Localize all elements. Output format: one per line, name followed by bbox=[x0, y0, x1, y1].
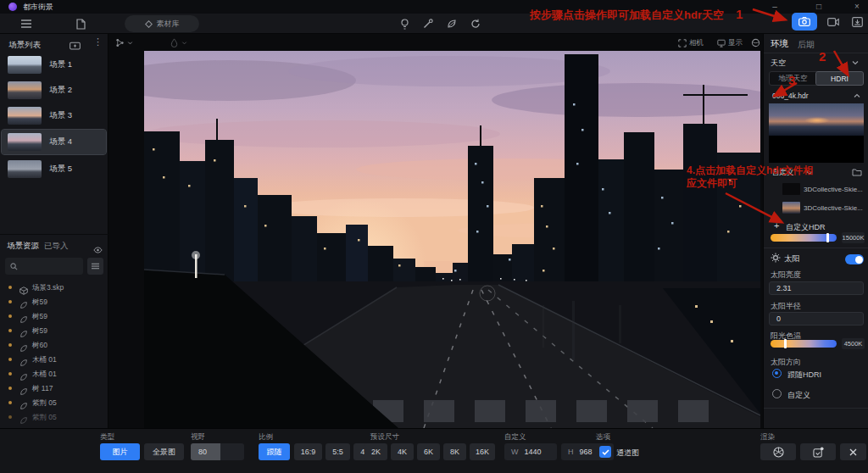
annotation-headline: 按步骤点击操作即可加载自定义hdr天空 bbox=[530, 8, 724, 23]
hdri-filename[interactable]: 006_4k.hdr bbox=[772, 92, 809, 100]
resource-item[interactable]: 木桶 01 bbox=[0, 353, 108, 367]
preset-6k-button[interactable]: 6K bbox=[417, 443, 440, 460]
ratio-16-9-button[interactable]: 16:9 bbox=[294, 443, 322, 460]
add-scene-camera-icon[interactable] bbox=[70, 38, 81, 53]
type-panorama-button[interactable]: 全景图 bbox=[144, 443, 184, 460]
app-logo bbox=[8, 3, 17, 11]
tab-imported[interactable]: 已导入 bbox=[44, 241, 69, 252]
close-button[interactable]: × bbox=[848, 0, 866, 13]
foliage-icon bbox=[19, 413, 28, 428]
chevron-down-icon[interactable] bbox=[852, 60, 859, 65]
resource-item[interactable]: 木桶 01 bbox=[0, 367, 108, 381]
camera-view-button[interactable]: 相机 bbox=[678, 37, 704, 48]
diamond-icon bbox=[145, 20, 153, 28]
type-image-button[interactable]: 图片 bbox=[100, 443, 140, 460]
add-to-render-queue-button[interactable] bbox=[800, 443, 836, 460]
visibility-eye-icon[interactable] bbox=[93, 242, 103, 257]
scene-hierarchy-dropdown[interactable] bbox=[115, 37, 133, 48]
scene-item-2[interactable]: 场景 2 bbox=[2, 78, 106, 103]
folder-icon[interactable] bbox=[852, 168, 862, 176]
material-brush-icon[interactable] bbox=[420, 16, 436, 31]
vegetation-leaf-icon[interactable] bbox=[444, 16, 459, 31]
tab-scene-resources[interactable]: 场景资源 bbox=[7, 241, 39, 252]
sun-brightness-input[interactable]: 2.31 bbox=[769, 281, 864, 295]
tab-environment[interactable]: 环境 bbox=[771, 38, 788, 50]
resource-item[interactable]: 树 117 bbox=[0, 381, 108, 396]
video-mode-button[interactable] bbox=[822, 13, 844, 31]
annotation-step-4-line2: 应文件即可 bbox=[687, 176, 737, 191]
resource-item[interactable]: 紫荆 05 bbox=[0, 396, 108, 410]
photo-mode-button[interactable] bbox=[792, 13, 817, 31]
hdri-list-item[interactable]: 3DCollective-Skie... bbox=[764, 202, 868, 219]
scene-item-4-selected[interactable]: 场景 4 bbox=[2, 130, 106, 154]
refresh-icon[interactable] bbox=[468, 16, 483, 31]
scene-thumbnail bbox=[8, 133, 42, 151]
slider-handle[interactable] bbox=[826, 233, 829, 242]
slider-handle[interactable] bbox=[784, 339, 787, 348]
hdri-item-label: 3DCollective-Skie... bbox=[804, 204, 863, 212]
preset-8k-button[interactable]: 8K bbox=[443, 443, 466, 460]
preset-2k-button[interactable]: 2K bbox=[364, 443, 387, 460]
ratio-5-5-button[interactable]: 5:5 bbox=[326, 443, 350, 460]
resource-list-view-button[interactable] bbox=[87, 258, 103, 275]
custom-direction-label: 自定义 bbox=[787, 390, 810, 401]
sky-section-label: 天空 bbox=[771, 58, 786, 69]
status-dot bbox=[8, 387, 12, 390]
hdri-preview[interactable] bbox=[769, 103, 864, 163]
hdri-color-temp-value[interactable]: 15000K bbox=[842, 232, 865, 243]
sun-color-temp-slider[interactable] bbox=[771, 340, 837, 348]
sun-toggle[interactable] bbox=[845, 254, 864, 264]
resource-item[interactable]: 紫荆 05 bbox=[0, 410, 108, 425]
resource-item[interactable]: 场景3.skp bbox=[0, 281, 108, 295]
menu-icon[interactable] bbox=[19, 16, 34, 31]
fov-label: 视野 bbox=[191, 432, 205, 442]
ratio-follow-button[interactable]: 跟随 bbox=[259, 443, 290, 460]
status-dot bbox=[8, 415, 12, 419]
resource-item[interactable]: 树59 bbox=[0, 309, 108, 324]
scene-thumbnail bbox=[8, 107, 42, 125]
material-picker-dropdown[interactable] bbox=[170, 37, 187, 48]
tab-post[interactable]: 后期 bbox=[798, 39, 815, 51]
annotation-step-2: 2 bbox=[819, 49, 826, 64]
sun-brightness-label: 太阳亮度 bbox=[771, 270, 801, 281]
close-render-bar-button[interactable] bbox=[840, 443, 866, 460]
asset-library-button[interactable]: 素材库 bbox=[125, 15, 199, 32]
fov-input[interactable]: 80 bbox=[191, 443, 244, 460]
new-file-icon[interactable] bbox=[73, 16, 88, 31]
scene-item-5[interactable]: 场景 5 bbox=[2, 157, 106, 181]
chevron-down-icon bbox=[127, 40, 133, 46]
hdri-color-temp-slider[interactable] bbox=[771, 234, 837, 242]
channel-map-checkbox[interactable] bbox=[599, 446, 611, 458]
tab-hdri[interactable]: HDRI bbox=[816, 72, 863, 85]
viewport[interactable]: 相机 显示 bbox=[108, 34, 763, 428]
preset-16k-button[interactable]: 16K bbox=[470, 443, 495, 460]
render-queue-button[interactable] bbox=[846, 13, 868, 31]
width-input[interactable]: W 1440 bbox=[504, 443, 557, 460]
minimize-button[interactable]: – bbox=[765, 0, 784, 13]
radio-follow-hdri[interactable] bbox=[772, 369, 782, 378]
scene-item-1[interactable]: 场景 1 bbox=[2, 53, 106, 77]
scene-label: 场景 5 bbox=[49, 164, 72, 175]
sun-radius-input[interactable]: 0 bbox=[769, 312, 864, 326]
status-dot bbox=[8, 343, 12, 347]
display-options-button[interactable]: 显示 bbox=[717, 37, 743, 48]
maximize-button[interactable]: □ bbox=[810, 0, 828, 13]
hdri-thumbnail bbox=[782, 202, 800, 214]
resource-item[interactable]: 树60 bbox=[0, 338, 108, 353]
resource-item[interactable]: 树59 bbox=[0, 295, 108, 309]
scene-item-3[interactable]: 场景 3 bbox=[2, 103, 106, 128]
preset-4k-button[interactable]: 4K bbox=[391, 443, 414, 460]
height-prefix: H bbox=[568, 448, 574, 456]
sun-color-temp-value[interactable]: 4500K bbox=[842, 338, 865, 349]
radio-custom-direction[interactable] bbox=[772, 389, 782, 398]
hdri-list-item[interactable]: 3DCollective-Skie... bbox=[764, 183, 868, 200]
resource-item[interactable]: 树59 bbox=[0, 324, 108, 338]
hierarchy-icon bbox=[115, 38, 125, 47]
render-now-button[interactable] bbox=[760, 443, 796, 460]
resource-label: 树60 bbox=[32, 341, 47, 351]
light-icon[interactable] bbox=[397, 16, 412, 31]
scene-label: 场景 3 bbox=[49, 110, 72, 121]
resource-search-input[interactable] bbox=[5, 258, 83, 275]
chevron-up-icon[interactable] bbox=[854, 93, 860, 98]
scene-list-more-icon[interactable]: ⋮ bbox=[93, 36, 103, 47]
